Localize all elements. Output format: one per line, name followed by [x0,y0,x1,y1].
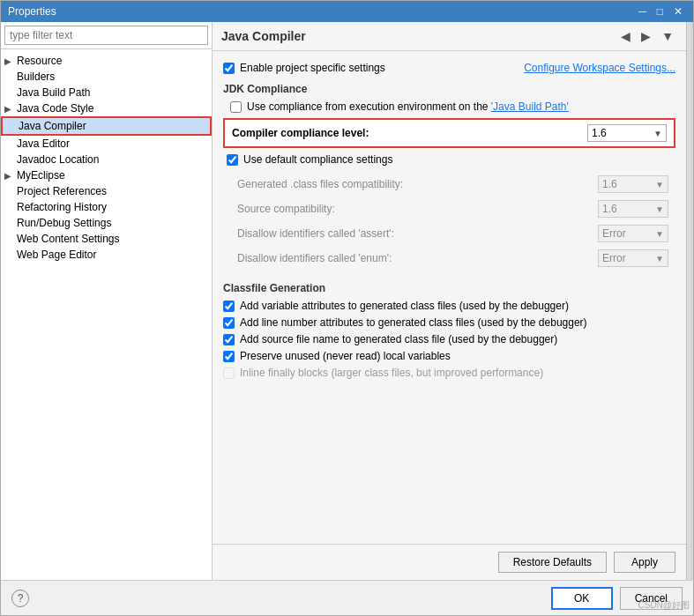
sidebar-item-run-debug-settings[interactable]: Run/Debug Settings [1,215,212,231]
sidebar-item-javadoc-location[interactable]: Javadoc Location [1,152,212,167]
help-button[interactable]: ? [11,590,29,607]
dialog-footer: ? OK Cancel [1,580,693,615]
classfile-checkbox-row: Add variable attributes to generated cla… [223,300,675,312]
sidebar-item-label: MyEclipse [17,169,208,182]
sidebar-item-java-code-style[interactable]: ▶Java Code Style [1,100,212,116]
sidebar-item-java-editor[interactable]: Java Editor [1,136,212,152]
settings-row: Disallow identifiers called 'assert':Err… [223,222,675,245]
sidebar-item-web-content-settings[interactable]: Web Content Settings [1,231,212,247]
use-default-checkbox[interactable] [227,154,238,166]
dialog-title: Properties [8,5,56,18]
dropdown-arrow-icon: ▼ [655,204,664,214]
sidebar-item-refactoring-history[interactable]: Refactoring History [1,199,212,215]
restore-defaults-button[interactable]: Restore Defaults [498,552,607,573]
classfile-checkbox-label: Add variable attributes to generated cla… [240,300,569,312]
classfile-checkbox-2[interactable] [223,334,235,345]
bottom-actions: Restore Defaults Apply [213,544,686,580]
use-default-label: Use default compliance settings [243,153,392,166]
sidebar-item-label: Run/Debug Settings [17,217,208,229]
use-compliance-label: Use compliance from execution environmen… [247,100,569,113]
settings-row: Disallow identifiers called 'enum':Error… [223,247,675,270]
settings-value: 1.6 [602,178,617,190]
settings-row-label: Disallow identifiers called 'enum': [237,252,392,264]
settings-row: Source compatibility:1.6▼ [223,197,675,220]
settings-row-dropdown[interactable]: Error▼ [598,225,668,242]
compliance-level-dropdown[interactable]: 1.6 ▼ [587,124,667,142]
classfile-section-title: Classfile Generation [223,282,675,294]
classfile-checkbox-row: Preserve unused (never read) local varia… [223,350,675,362]
sidebar-item-web-page-editor[interactable]: Web Page Editor [1,247,212,263]
ok-button[interactable]: OK [551,587,613,610]
compliance-level-label: Compiler compliance level: [232,127,369,139]
classfile-checkbox-label: Preserve unused (never read) local varia… [240,350,451,362]
settings-group: Generated .class files compatibility:1.6… [223,173,675,270]
settings-row-label: Disallow identifiers called 'assert': [237,227,394,240]
sidebar-item-resource[interactable]: ▶Resource [1,53,212,69]
sidebar-item-label: Java Compiler [19,120,206,132]
close-button[interactable]: ✕ [670,4,686,19]
classfile-checkbox-4 [223,367,235,379]
jdk-compliance-title: JDK Compliance [223,83,675,95]
dropdown-arrow-icon: ▼ [655,180,664,189]
classfile-checkbox-3[interactable] [223,351,235,362]
back-button[interactable]: ◀ [617,27,634,45]
compliance-level-box: Compiler compliance level: 1.6 ▼ [223,118,675,148]
maximize-button[interactable]: □ [653,4,667,19]
sidebar-item-label: Project References [17,185,208,197]
settings-value: Error [602,227,626,240]
settings-row: Generated .class files compatibility:1.6… [223,173,675,196]
configure-workspace-link[interactable]: Configure Workspace Settings... [524,62,675,74]
sidebar-item-java-compiler[interactable]: Java Compiler [1,116,212,136]
sidebar-item-label: Java Build Path [17,86,208,99]
forward-button[interactable]: ▶ [638,27,654,45]
use-default-row: Use default compliance settings [227,153,675,166]
expand-arrow-icon: ▶ [4,171,17,181]
classfile-checkbox-1[interactable] [223,317,235,329]
settings-value: Error [602,252,626,264]
sidebar-item-myeclipse[interactable]: ▶MyEclipse [1,167,212,183]
classfile-checkbox-label: Add source file name to generated class … [240,333,557,345]
settings-row-label: Generated .class files compatibility: [237,178,403,190]
dropdown-arrow-icon: ▼ [655,254,664,263]
classfile-checkbox-row: Add source file name to generated class … [223,333,675,345]
main-header: Java Compiler ◀ ▶ ▼ [213,22,686,51]
watermark: CSDN@好图 [638,599,690,612]
sidebar-item-label: Java Code Style [17,102,208,115]
dropdown-arrow-icon: ▼ [655,229,664,239]
sidebar-item-label: Resource [17,55,208,67]
compliance-level-arrow: ▼ [653,129,662,138]
expand-arrow-icon: ▶ [4,104,17,114]
settings-value: 1.6 [602,203,617,215]
classfile-checkbox-label: Inline finally blocks (larger class file… [240,367,543,379]
settings-row-dropdown[interactable]: Error▼ [598,249,668,267]
classfile-checkboxes: Add variable attributes to generated cla… [223,300,675,379]
search-box [1,22,212,49]
minimize-button[interactable]: ─ [635,4,650,19]
classfile-checkbox-row: Inline finally blocks (larger class file… [223,367,675,379]
expand-arrow-icon: ▶ [4,56,17,66]
classfile-checkbox-label: Add line number attributes to generated … [240,316,587,329]
sidebar-item-label: Java Editor [17,137,208,150]
compliance-level-value: 1.6 [592,127,607,139]
sidebar-item-builders[interactable]: Builders [1,69,212,85]
dialog-title-bar: Properties ─ □ ✕ [1,1,693,22]
sidebar-item-project-references[interactable]: Project References [1,183,212,199]
settings-row-dropdown[interactable]: 1.6▼ [598,200,668,218]
use-compliance-checkbox[interactable] [230,101,242,113]
classfile-checkbox-row: Add line number attributes to generated … [223,316,675,329]
page-title: Java Compiler [221,29,306,43]
settings-row-dropdown[interactable]: 1.6▼ [598,175,668,193]
enable-specific-row: Enable project specific settings Configu… [223,62,675,74]
settings-row-label: Source compatibility: [237,203,335,215]
java-build-path-link[interactable]: 'Java Build Path' [491,100,569,113]
sidebar-item-label: Web Page Editor [17,249,208,261]
sidebar-item-label: Javadoc Location [17,153,208,166]
enable-specific-checkbox[interactable] [223,63,235,74]
apply-button[interactable]: Apply [614,552,675,573]
search-input[interactable] [4,26,208,45]
enable-specific-label: Enable project specific settings [240,62,385,74]
dropdown-button[interactable]: ▼ [658,27,677,45]
classfile-checkbox-0[interactable] [223,301,235,312]
sidebar-item-java-build-path[interactable]: Java Build Path [1,85,212,100]
sidebar-item-label: Web Content Settings [17,233,208,245]
